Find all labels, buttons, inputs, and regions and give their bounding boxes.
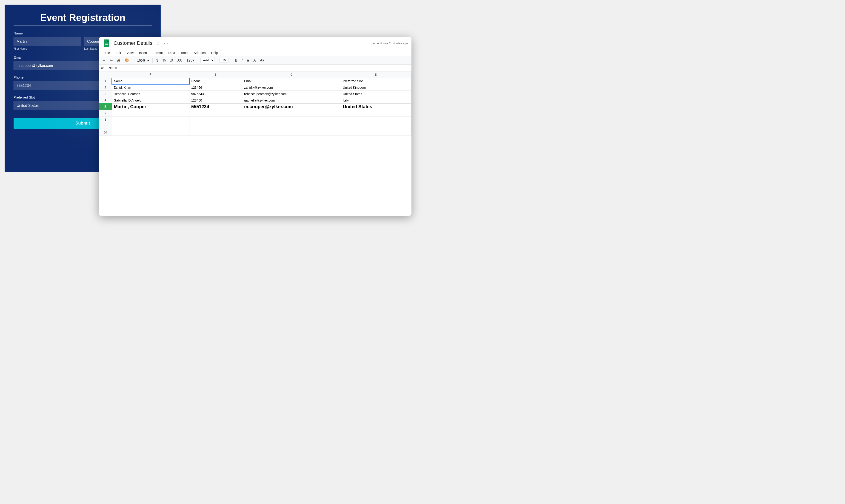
col-header-d[interactable]: D [341, 71, 411, 78]
cell-d2[interactable]: United Kingdom [341, 84, 411, 91]
col-header-b[interactable]: B [189, 71, 242, 78]
first-name-col: First Name [14, 37, 81, 50]
cell-a3[interactable]: Rebecca, Pearson [112, 91, 189, 97]
cell-c7[interactable] [242, 110, 341, 116]
row-num-3: 3 [99, 91, 112, 97]
star-icon[interactable]: ☆ [157, 41, 160, 46]
col-header-a[interactable]: A [112, 71, 189, 78]
header-email-cell[interactable]: Email [242, 78, 341, 84]
menu-tools[interactable]: Tools [178, 50, 191, 56]
menu-view[interactable]: View [124, 50, 136, 56]
menu-addons[interactable]: Add-ons [191, 50, 208, 56]
row-num-10: 10 [99, 129, 112, 136]
sheets-doc-title: Customer Details [113, 40, 153, 46]
decimal-increase-icon[interactable]: .00 [176, 57, 183, 64]
paint-format-icon[interactable]: 🎨 [123, 57, 130, 64]
toolbar-sep-1 [133, 58, 133, 63]
row-num-2: 2 [99, 84, 112, 91]
sheets-grid[interactable]: A B C D 1 Name Phone Email Preferred Slo… [99, 71, 411, 216]
cell-c2[interactable]: zahid.k@zylker.com [242, 84, 341, 91]
formula-fx-icon: fx [101, 66, 104, 70]
formula-sep [106, 66, 106, 70]
cell-b4[interactable]: 123450 [189, 97, 242, 104]
strikethrough-button[interactable]: S [245, 57, 250, 64]
col-header-c[interactable]: C [242, 71, 341, 78]
italic-button[interactable]: I [240, 57, 244, 64]
toolbar-sep-5 [231, 58, 231, 63]
row-num-9: 9 [99, 123, 112, 129]
first-name-label: First Name [14, 47, 81, 50]
row-num-7: 7 [99, 110, 112, 116]
form-divider [14, 25, 152, 26]
menu-insert[interactable]: Insert [137, 50, 149, 56]
cell-a7[interactable] [112, 110, 189, 116]
cell-b7[interactable] [189, 110, 242, 116]
cell-a2[interactable]: Zahid, Khan [112, 84, 189, 91]
first-name-input[interactable] [14, 37, 81, 46]
table-row: 10 [99, 129, 411, 136]
svg-rect-3 [105, 44, 108, 44]
table-row: 2 Zahid, Khan 123456 zahid.k@zylker.com … [99, 84, 411, 91]
print-icon[interactable]: 🖨 [116, 57, 122, 64]
cell-d3[interactable]: United States [341, 91, 411, 97]
bold-button[interactable]: B [233, 57, 239, 64]
corner-cell [99, 71, 112, 78]
table-row-highlight: 5 Martin, Cooper 5551234 m.cooper@zylker… [99, 104, 411, 110]
cell-d5[interactable]: United States [341, 104, 411, 110]
underline-button[interactable]: A [252, 57, 257, 64]
svg-rect-4 [105, 44, 108, 45]
decimal-decrease-icon[interactable]: .0 [169, 57, 174, 64]
cell-d4[interactable]: Italy [341, 97, 411, 104]
menu-format[interactable]: Format [150, 50, 165, 56]
row-num-5: 5 [99, 104, 112, 110]
row-num-1: 1 [99, 78, 112, 84]
sheets-titlebar: Customer Details ☆ ▭ Last edit was 2 min… [99, 37, 411, 50]
cell-b3[interactable]: 9876543 [189, 91, 242, 97]
undo-icon[interactable]: ↩ [101, 57, 107, 64]
table-row: 1 Name Phone Email Preferred Slot [99, 78, 411, 84]
zoom-select[interactable]: 100% [135, 58, 150, 63]
svg-rect-1 [104, 39, 107, 42]
form-title: Event Registration [14, 12, 152, 23]
last-edit-text: Last edit was 2 minutes ago [371, 41, 408, 45]
sheets-toolbar: ↩ ↪ 🖨 🎨 100% $ % .0 .00 123▾ Arial B I S… [99, 56, 411, 65]
percent-icon[interactable]: % [161, 57, 167, 64]
cell-d7[interactable] [341, 110, 411, 116]
cell-c5[interactable]: m.cooper@zylker.com [242, 104, 341, 110]
menu-help[interactable]: Help [209, 50, 220, 56]
header-name-cell[interactable]: Name [112, 78, 189, 84]
font-select[interactable]: Arial [200, 58, 214, 63]
formula-bar: fx Name [99, 65, 411, 71]
fill-color-icon[interactable]: A▾ [259, 57, 266, 64]
spreadsheet-table: A B C D 1 Name Phone Email Preferred Slo… [99, 71, 411, 136]
header-phone-cell[interactable]: Phone [189, 78, 242, 84]
formula-content: Name [108, 66, 117, 70]
header-slot-cell[interactable]: Preferred Slot [341, 78, 411, 84]
name-label: Name [14, 31, 152, 35]
table-row: 9 [99, 123, 411, 129]
currency-icon[interactable]: $ [155, 57, 160, 64]
sheets-menubar: File Edit View Insert Format Data Tools … [99, 50, 411, 56]
cell-c3[interactable]: rebecca.pearson@zylker.com [242, 91, 341, 97]
menu-edit[interactable]: Edit [113, 50, 123, 56]
table-row: 3 Rebecca, Pearson 9876543 rebecca.pears… [99, 91, 411, 97]
cell-b2[interactable]: 123456 [189, 84, 242, 91]
table-row: 7 [99, 110, 411, 116]
svg-rect-2 [105, 43, 108, 43]
toolbar-sep-4 [217, 58, 217, 63]
sheets-panel: Customer Details ☆ ▭ Last edit was 2 min… [99, 37, 411, 216]
menu-data[interactable]: Data [166, 50, 177, 56]
number-format-icon[interactable]: 123▾ [185, 57, 196, 64]
row-num-4: 4 [99, 97, 112, 104]
cell-c4[interactable]: gabriella@zylker.com [242, 97, 341, 104]
sheets-logo-icon [103, 39, 111, 47]
menu-file[interactable]: File [103, 50, 112, 56]
cell-b5[interactable]: 5551234 [189, 104, 242, 110]
cell-a4[interactable]: Gabriella, D'Angelo [112, 97, 189, 104]
cell-a5[interactable]: Martin, Cooper [112, 104, 189, 110]
font-size-input[interactable] [219, 58, 228, 63]
table-row: 8 [99, 116, 411, 123]
redo-icon[interactable]: ↪ [108, 57, 114, 64]
row-num-8: 8 [99, 116, 112, 123]
folder-icon[interactable]: ▭ [164, 41, 168, 46]
